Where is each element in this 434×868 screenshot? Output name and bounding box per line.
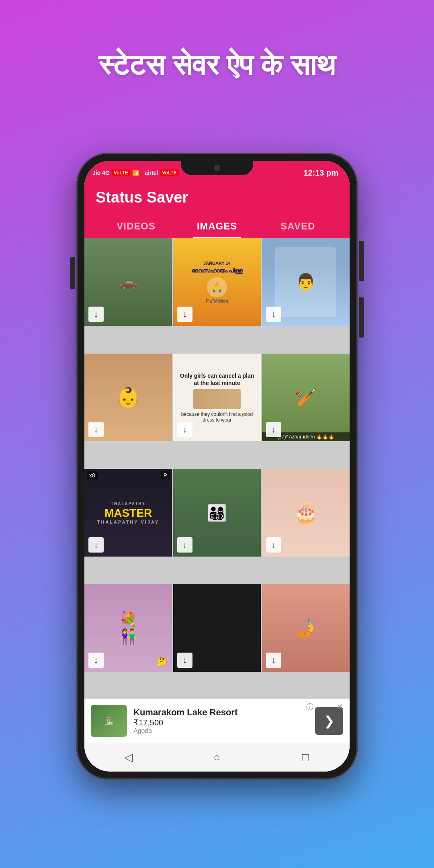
movie-sub: THALAPATHY VIJAY xyxy=(97,520,160,524)
portrait-image: 👨 xyxy=(275,247,337,317)
tab-videos[interactable]: VIDEOS xyxy=(96,214,176,238)
emoji-icon: 🤔 xyxy=(156,657,167,667)
ad-source: Agoda xyxy=(133,727,309,735)
app-bar: Status Saver VIDEOS IMAGES SAVED xyxy=(84,182,350,238)
phone-screen: Jio 4G VoLTE 📶 airtel VoLTE 12:13 pm Sta… xyxy=(84,161,350,772)
volume-button xyxy=(70,257,75,289)
back-button[interactable]: ◁ xyxy=(117,746,140,769)
tab-images[interactable]: IMAGES xyxy=(176,214,257,238)
movie-teaser: THALAPATHY xyxy=(111,502,145,506)
ad-title: Kumarakom Lake Resort xyxy=(133,707,309,718)
carrier1-badge: VoLTE xyxy=(112,170,130,176)
download-btn-12[interactable]: ↓ xyxy=(266,653,281,668)
corner-badge-8: x8 xyxy=(87,471,98,479)
status-left: Jio 4G VoLTE 📶 airtel VoLTE xyxy=(92,170,178,176)
grid-item-1[interactable]: 🚗 ↓ xyxy=(84,238,172,326)
selfie-image: 🤳 xyxy=(295,618,317,639)
grid-item-2[interactable]: JANUARY 14 ദേവസഹായം പിള്ള 🙏 FiaTMiixion … xyxy=(173,238,261,326)
notch xyxy=(181,161,253,175)
download-btn-2[interactable]: ↓ xyxy=(177,307,192,322)
grid-item-10[interactable]: 💐👫 🤔 ↓ xyxy=(84,584,172,672)
phone-content: Status Saver VIDEOS IMAGES SAVED xyxy=(84,182,350,772)
poster-figure: 🙏 xyxy=(207,277,227,297)
grid-item-5[interactable]: Only girls can cancel a plan at the last… xyxy=(173,354,261,441)
ad-price: ₹17,500 xyxy=(133,718,309,727)
download-btn-3[interactable]: ↓ xyxy=(266,307,281,322)
grid-item-12[interactable]: 🤳 ↓ xyxy=(262,584,350,672)
download-btn-5[interactable]: ↓ xyxy=(177,422,192,437)
movie-title: MASTER xyxy=(104,507,152,520)
grid-item-4[interactable]: 👶 ↓ xyxy=(84,354,172,441)
phone-frame: Jio 4G VoLTE 📶 airtel VoLTE 12:13 pm Sta… xyxy=(76,153,358,780)
child-image: 👶 xyxy=(116,386,140,409)
image-grid: 🚗 ↓ JANUARY 14 ദേവസഹായം പിള്ള 🙏 FiaTMiix… xyxy=(84,238,350,698)
download-btn-8[interactable]: ↓ xyxy=(177,537,192,553)
grid-item-7[interactable]: THALAPATHY MASTER THALAPATHY VIJAY x8 P … xyxy=(84,469,172,557)
cake-image: 🎂 xyxy=(294,502,318,524)
cricket-image: 🏏 xyxy=(295,387,317,408)
carrier2-label: airtel xyxy=(145,170,158,176)
recent-button[interactable]: □ xyxy=(294,746,317,769)
ad-banner[interactable]: 🏨Lake Kumarakom Lake Resort ₹17,500 Agod… xyxy=(84,698,350,743)
tab-saved[interactable]: SAVED xyxy=(258,214,338,238)
text-main: Only girls can cancel a plan at the last… xyxy=(177,372,257,387)
poster-date: JANUARY 14 xyxy=(203,261,231,266)
corner-badge-p: P xyxy=(161,471,170,479)
tab-bar: VIDEOS IMAGES SAVED xyxy=(96,214,338,238)
page-header-title: स्टेटस सेवर ऐप के साथ xyxy=(0,48,434,82)
signal-icon: 📶 xyxy=(132,170,139,176)
image-grid-container: 🚗 ↓ JANUARY 14 ദേവസഹായം പിള്ള 🙏 FiaTMiix… xyxy=(84,238,350,743)
camera-button xyxy=(359,297,364,338)
text-sub: because they couldn't find a good dress … xyxy=(177,411,257,423)
bottom-nav: ◁ ○ □ xyxy=(84,743,350,772)
download-btn-7[interactable]: ↓ xyxy=(88,537,104,553)
app-title: Status Saver xyxy=(96,189,338,206)
ad-content: Kumarakom Lake Resort ₹17,500 Agoda xyxy=(133,707,309,735)
carrier1-label: Jio 4G xyxy=(92,170,110,176)
group-image: 👨‍👩‍👧‍👦 xyxy=(207,504,227,522)
download-btn-11[interactable]: ↓ xyxy=(177,653,192,668)
download-btn-6[interactable]: ↓ xyxy=(266,422,281,437)
front-camera xyxy=(214,165,220,171)
ad-info-icon[interactable]: ⓘ xyxy=(306,702,313,712)
status-time: 12:13 pm xyxy=(303,168,338,178)
ad-image: 🏨Lake xyxy=(91,705,127,737)
grid-item-9[interactable]: 🎂 ↓ xyxy=(262,469,350,557)
carrier2-badge: VoLTE xyxy=(160,170,178,176)
ad-close-btn[interactable]: ✕ xyxy=(336,702,343,712)
download-btn-9[interactable]: ↓ xyxy=(266,537,281,553)
poster-footer: FiaTMiixion xyxy=(206,299,228,303)
grid-item-6[interactable]: 🏏 (37)* Azharudden 🔥🔥🔥 ↓ xyxy=(262,354,350,441)
grid-item-8[interactable]: 👨‍👩‍👧‍👦 ↓ xyxy=(173,469,261,557)
home-button[interactable]: ○ xyxy=(206,746,228,769)
download-btn-1[interactable]: ↓ xyxy=(88,307,104,322)
grid-item-3[interactable]: 👨 ↓ xyxy=(262,238,350,326)
power-button xyxy=(359,241,364,281)
grid-item-11[interactable]: ↓ xyxy=(173,584,261,672)
download-btn-10[interactable]: ↓ xyxy=(88,653,104,668)
flower-image: 💐👫 xyxy=(119,611,137,645)
poster-title: ദേവസഹായം പിള്ള xyxy=(192,267,243,274)
text-image-inset xyxy=(193,389,241,409)
download-btn-4[interactable]: ↓ xyxy=(88,422,104,437)
